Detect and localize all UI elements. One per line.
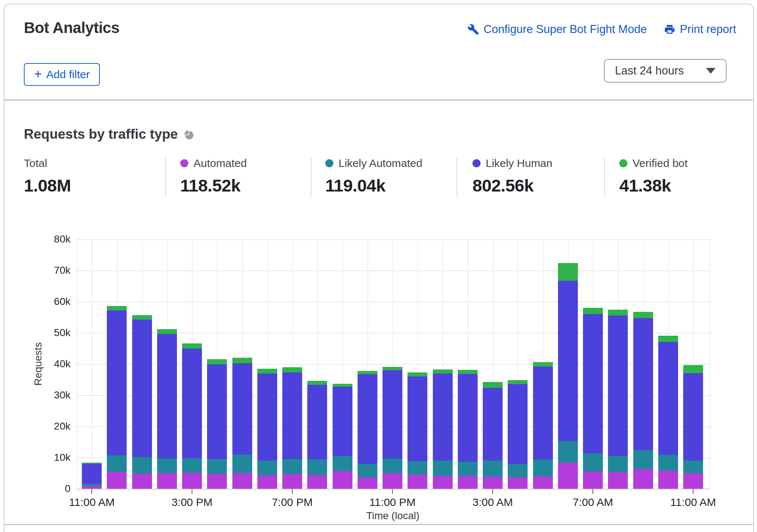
bar-segment-likely-automated[interactable]: [182, 458, 202, 473]
bar-segment-likely-automated[interactable]: [483, 460, 503, 477]
bar-segment-likely-automated[interactable]: [333, 456, 352, 471]
bar-segment-verified-bot[interactable]: [583, 308, 603, 314]
bar-segment-automated[interactable]: [683, 473, 703, 489]
bar-segment-verified-bot[interactable]: [658, 336, 678, 342]
bar-segment-likely-automated[interactable]: [608, 456, 628, 472]
bar-segment-likely-human[interactable]: [207, 364, 227, 459]
bar-segment-automated[interactable]: [207, 474, 227, 489]
bar-segment-verified-bot[interactable]: [257, 369, 277, 374]
bar-segment-automated[interactable]: [583, 471, 603, 489]
bar-segment-likely-automated[interactable]: [282, 459, 302, 474]
bar-segment-verified-bot[interactable]: [333, 384, 352, 387]
bar-segment-likely-human[interactable]: [633, 318, 653, 450]
bar-segment-automated[interactable]: [483, 477, 503, 489]
bar-segment-likely-human[interactable]: [658, 342, 678, 455]
bar-segment-likely-automated[interactable]: [583, 453, 603, 471]
bar-segment-automated[interactable]: [132, 474, 152, 489]
bar-segment-likely-human[interactable]: [282, 372, 302, 459]
bar-segment-likely-human[interactable]: [307, 385, 327, 459]
bar-segment-likely-human[interactable]: [182, 349, 202, 458]
bar-segment-verified-bot[interactable]: [558, 263, 578, 281]
bar-segment-verified-bot[interactable]: [533, 362, 553, 367]
bar-segment-automated[interactable]: [558, 463, 578, 489]
bar-segment-automated[interactable]: [658, 471, 678, 489]
bar-segment-automated[interactable]: [433, 476, 453, 489]
bar-segment-likely-human[interactable]: [608, 316, 628, 456]
bar-segment-verified-bot[interactable]: [82, 463, 102, 464]
bar-segment-verified-bot[interactable]: [508, 380, 528, 384]
stat-likely-human[interactable]: Likely Human802.56k: [472, 157, 605, 196]
time-range-dropdown[interactable]: Last 24 hours: [604, 59, 727, 83]
bar-segment-automated[interactable]: [633, 469, 653, 489]
bar-segment-likely-human[interactable]: [433, 374, 453, 460]
bar-segment-verified-bot[interactable]: [633, 312, 653, 318]
bar-segment-verified-bot[interactable]: [458, 370, 478, 374]
bar-segment-likely-human[interactable]: [558, 281, 578, 441]
bar-segment-likely-automated[interactable]: [207, 459, 227, 474]
bar-segment-likely-automated[interactable]: [257, 460, 277, 475]
bar-segment-likely-human[interactable]: [508, 384, 528, 464]
bar-segment-likely-automated[interactable]: [107, 455, 127, 472]
bar-segment-verified-bot[interactable]: [608, 310, 628, 316]
bar-segment-automated[interactable]: [533, 476, 553, 489]
bar-segment-verified-bot[interactable]: [182, 343, 202, 349]
bar-segment-automated[interactable]: [232, 473, 252, 489]
bar-segment-likely-automated[interactable]: [157, 459, 177, 473]
bar-segment-verified-bot[interactable]: [232, 358, 252, 363]
bar-segment-automated[interactable]: [307, 475, 327, 489]
configure-super-bot-fight-mode-link[interactable]: Configure Super Bot Fight Mode: [467, 23, 647, 36]
bar-segment-likely-automated[interactable]: [558, 441, 578, 463]
bar-segment-likely-automated[interactable]: [458, 462, 478, 476]
bar-segment-automated[interactable]: [82, 486, 102, 489]
bar-segment-verified-bot[interactable]: [383, 367, 402, 370]
bar-segment-automated[interactable]: [358, 477, 377, 489]
bar-segment-automated[interactable]: [282, 474, 302, 489]
bar-segment-likely-automated[interactable]: [307, 459, 327, 475]
bar-segment-verified-bot[interactable]: [683, 365, 703, 373]
bar-segment-likely-human[interactable]: [257, 374, 277, 460]
bar-segment-likely-human[interactable]: [107, 310, 127, 455]
bar-segment-likely-automated[interactable]: [658, 455, 678, 471]
bar-segment-likely-human[interactable]: [683, 373, 703, 460]
bar-segment-likely-human[interactable]: [408, 376, 427, 461]
bar-segment-likely-automated[interactable]: [508, 464, 528, 478]
bar-segment-automated[interactable]: [508, 477, 528, 489]
bar-segment-likely-automated[interactable]: [683, 460, 703, 474]
bar-segment-likely-automated[interactable]: [82, 484, 102, 486]
bar-segment-automated[interactable]: [257, 475, 277, 489]
bar-segment-likely-human[interactable]: [358, 374, 377, 464]
bar-segment-likely-automated[interactable]: [383, 459, 402, 473]
bar-segment-likely-human[interactable]: [132, 320, 152, 457]
stat-automated[interactable]: Automated118.52k: [180, 157, 312, 196]
bar-segment-automated[interactable]: [157, 473, 177, 489]
bar-segment-likely-automated[interactable]: [132, 457, 152, 474]
bar-segment-likely-human[interactable]: [458, 374, 478, 462]
bar-segment-likely-human[interactable]: [333, 387, 352, 456]
bar-segment-automated[interactable]: [383, 473, 402, 489]
bar-segment-verified-bot[interactable]: [307, 381, 327, 385]
bar-segment-likely-automated[interactable]: [533, 460, 553, 476]
bar-segment-likely-human[interactable]: [533, 367, 553, 460]
bar-segment-likely-human[interactable]: [157, 334, 177, 459]
bar-segment-likely-automated[interactable]: [433, 460, 453, 476]
bar-segment-likely-human[interactable]: [232, 363, 252, 455]
bar-segment-automated[interactable]: [608, 472, 628, 489]
bar-segment-automated[interactable]: [458, 476, 478, 489]
bar-segment-automated[interactable]: [182, 473, 202, 489]
bar-segment-verified-bot[interactable]: [157, 329, 177, 334]
bar-segment-verified-bot[interactable]: [483, 382, 503, 388]
bar-segment-likely-automated[interactable]: [408, 461, 427, 475]
bar-segment-automated[interactable]: [408, 475, 427, 489]
add-filter-button[interactable]: + Add filter: [24, 63, 100, 86]
bar-segment-likely-automated[interactable]: [232, 455, 252, 473]
stat-likely-automated[interactable]: Likely Automated119.04k: [325, 157, 457, 196]
bar-segment-automated[interactable]: [107, 472, 127, 489]
bar-segment-likely-human[interactable]: [483, 388, 503, 460]
stat-total[interactable]: Total1.08M: [24, 157, 156, 196]
bar-segment-verified-bot[interactable]: [282, 367, 302, 372]
bar-segment-verified-bot[interactable]: [107, 306, 127, 310]
bar-segment-automated[interactable]: [333, 471, 352, 489]
bar-segment-verified-bot[interactable]: [132, 315, 152, 320]
bar-segment-verified-bot[interactable]: [207, 359, 227, 364]
bar-segment-likely-human[interactable]: [383, 370, 402, 459]
